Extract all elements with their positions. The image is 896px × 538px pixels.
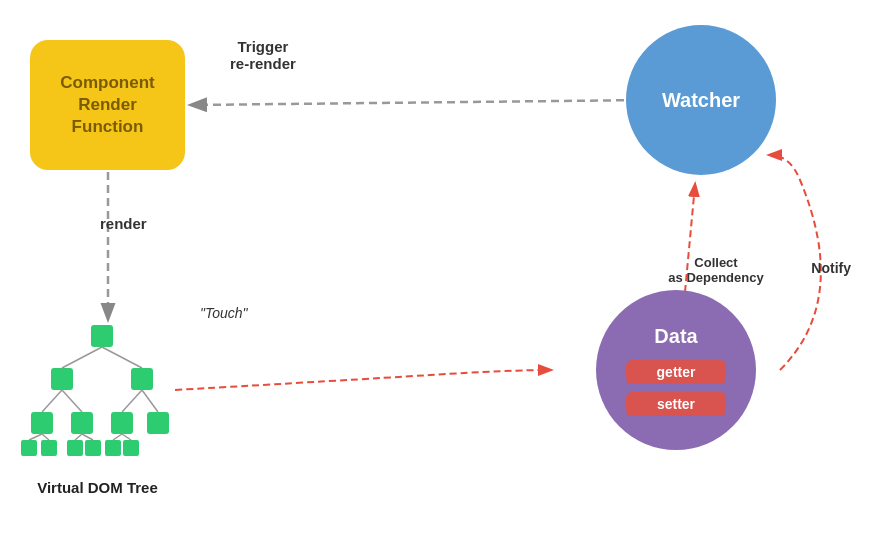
svg-rect-7	[71, 412, 93, 434]
svg-line-0	[192, 100, 650, 105]
render-label: render	[100, 215, 147, 232]
data-circle: Data getter setter	[596, 290, 756, 450]
component-render-box: Component Render Function	[30, 40, 185, 170]
svg-line-21	[142, 390, 158, 412]
getter-pill: getter	[626, 360, 726, 384]
svg-rect-11	[41, 440, 57, 456]
svg-line-23	[42, 434, 49, 440]
svg-line-20	[122, 390, 142, 412]
svg-rect-4	[51, 368, 73, 390]
svg-rect-13	[85, 440, 101, 456]
vdom-label: Virtual DOM Tree	[20, 479, 175, 496]
svg-line-26	[113, 434, 122, 440]
data-label: Data	[654, 325, 697, 348]
svg-rect-9	[147, 412, 169, 434]
watcher-circle: Watcher	[626, 25, 776, 175]
svg-rect-3	[91, 325, 113, 347]
svg-rect-15	[123, 440, 139, 456]
svg-line-16	[62, 347, 102, 368]
watcher-label: Watcher	[662, 89, 740, 112]
collect-label: Collect as Dependency	[666, 255, 766, 285]
svg-rect-6	[31, 412, 53, 434]
svg-rect-14	[105, 440, 121, 456]
setter-pill: setter	[626, 392, 726, 416]
svg-line-17	[102, 347, 142, 368]
trigger-re-render-label: Trigger re-render	[230, 38, 296, 72]
svg-line-18	[42, 390, 62, 412]
svg-rect-12	[67, 440, 83, 456]
svg-line-25	[82, 434, 93, 440]
vdom-tree	[15, 320, 190, 475]
svg-rect-5	[131, 368, 153, 390]
svg-line-24	[75, 434, 82, 440]
svg-rect-8	[111, 412, 133, 434]
notify-label: Notify	[811, 260, 851, 276]
diagram-container: Component Render Function Watcher Data g…	[0, 0, 896, 538]
component-box-text: Component Render Function	[60, 72, 154, 138]
touch-label: "Touch"	[200, 305, 248, 321]
svg-rect-10	[21, 440, 37, 456]
tree-svg	[15, 320, 190, 465]
svg-line-22	[29, 434, 42, 440]
svg-line-19	[62, 390, 82, 412]
svg-line-27	[122, 434, 131, 440]
